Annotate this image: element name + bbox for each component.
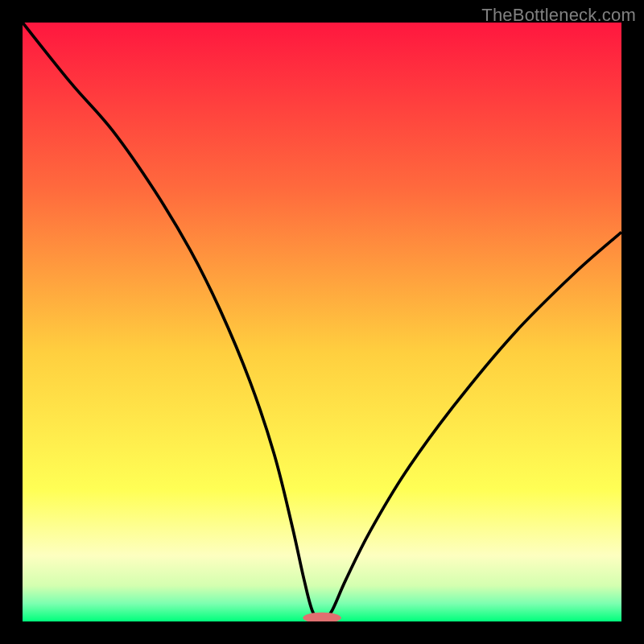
bottleneck-chart (23, 23, 621, 621)
gradient-background (23, 23, 621, 621)
plot-area (23, 23, 621, 621)
watermark-text: TheBottleneck.com (481, 5, 636, 26)
chart-container: TheBottleneck.com (0, 0, 644, 644)
